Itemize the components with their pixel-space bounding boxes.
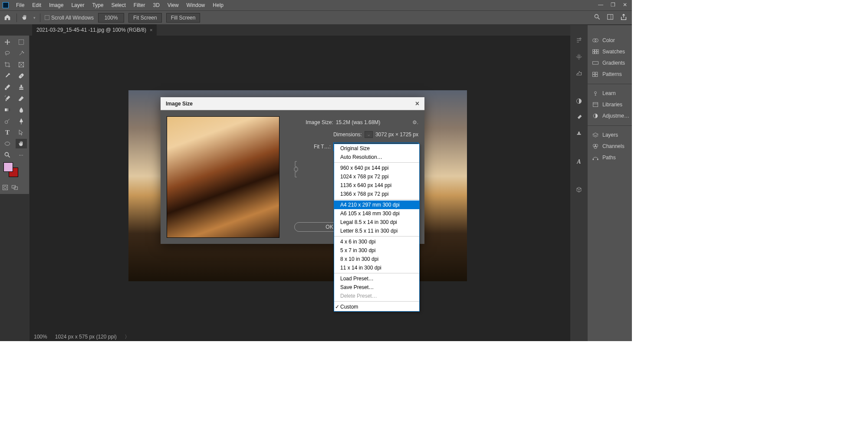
- panel-channels[interactable]: Channels: [588, 141, 632, 152]
- path-select-tool-icon[interactable]: [16, 128, 27, 137]
- svg-rect-2: [19, 39, 23, 44]
- window-close-icon[interactable]: ✕: [621, 2, 628, 8]
- home-icon[interactable]: [3, 13, 12, 22]
- dimensions-label: Dimensions:: [293, 131, 362, 138]
- menu-window[interactable]: Window: [183, 0, 209, 10]
- status-zoom[interactable]: 100%: [34, 334, 47, 340]
- type-tool-icon[interactable]: T: [2, 128, 13, 137]
- dialog-settings-icon[interactable]: ⚙.: [412, 119, 418, 125]
- foreground-color-swatch[interactable]: [3, 162, 13, 172]
- fit-option[interactable]: Letter 8.5 x 11 in 300 dpi: [334, 227, 419, 235]
- color-swatches[interactable]: [2, 161, 27, 181]
- fit-option[interactable]: 960 x 640 px 144 ppi: [334, 164, 419, 172]
- healing-tool-icon[interactable]: [16, 71, 27, 81]
- gradient-tool-icon[interactable]: [2, 105, 13, 115]
- clone-source-icon[interactable]: [574, 129, 584, 139]
- hand-tool-icon-toolbox[interactable]: [16, 139, 27, 148]
- scroll-all-windows-checkbox[interactable]: Scroll All Windows: [45, 15, 94, 21]
- panel-libraries[interactable]: Libraries: [588, 99, 632, 110]
- svg-rect-10: [3, 185, 7, 190]
- workspace-icon[interactable]: [607, 13, 614, 22]
- fit-option[interactable]: 5 x 7 in 300 dpi: [334, 246, 419, 255]
- svg-point-11: [4, 186, 7, 189]
- svg-rect-21: [597, 49, 598, 51]
- share-icon[interactable]: [620, 13, 628, 22]
- marquee-tool-icon[interactable]: [16, 37, 27, 47]
- dialog-close-icon[interactable]: ×: [415, 100, 419, 108]
- brush-tool-icon[interactable]: [2, 82, 13, 92]
- crop-tool-icon[interactable]: [2, 60, 13, 69]
- status-info-chevron-icon[interactable]: 〉: [125, 333, 130, 341]
- window-restore-icon[interactable]: ❐: [609, 2, 616, 8]
- fit-option[interactable]: 1024 x 768 px 72 ppi: [334, 172, 419, 181]
- menu-filter[interactable]: Filter: [130, 0, 149, 10]
- panel-patterns[interactable]: Patterns: [588, 69, 632, 80]
- dimensions-unit-dropdown[interactable]: ⌵: [365, 131, 373, 138]
- eyedropper-tool-icon[interactable]: [2, 71, 13, 81]
- fit-option-custom[interactable]: Custom: [334, 302, 419, 311]
- histogram-icon[interactable]: [574, 69, 584, 78]
- dodge-tool-icon[interactable]: [2, 116, 13, 126]
- search-icon[interactable]: [594, 13, 601, 22]
- fit-option[interactable]: 1366 x 768 px 72 ppi: [334, 190, 419, 198]
- 3d-icon[interactable]: [574, 185, 584, 194]
- menu-view[interactable]: View: [164, 0, 183, 10]
- panel-color[interactable]: Color: [588, 35, 632, 46]
- fit-option[interactable]: Legal 8.5 x 14 in 300 dpi: [334, 218, 419, 227]
- fill-screen-button[interactable]: Fill Screen: [166, 13, 201, 23]
- menu-3d[interactable]: 3D: [149, 0, 163, 10]
- panel-swatches[interactable]: Swatches: [588, 46, 632, 57]
- fit-screen-button[interactable]: Fit Screen: [128, 13, 162, 23]
- move-tool-icon[interactable]: [2, 37, 13, 47]
- fit-option-save-preset[interactable]: Save Preset…: [334, 283, 419, 292]
- panel-learn[interactable]: Learn: [588, 88, 632, 99]
- eraser-tool-icon[interactable]: [16, 94, 27, 103]
- lasso-tool-icon[interactable]: [2, 49, 13, 58]
- menu-file[interactable]: File: [12, 0, 28, 10]
- zoom-tool-icon[interactable]: [2, 150, 13, 160]
- svg-rect-20: [595, 49, 596, 51]
- close-tab-icon[interactable]: ×: [150, 27, 152, 33]
- blur-tool-icon[interactable]: [16, 105, 27, 115]
- menu-edit[interactable]: Edit: [28, 0, 45, 10]
- adjust-icon: [592, 113, 599, 119]
- panel-gradients[interactable]: Gradients: [588, 57, 632, 69]
- zoom-level-button[interactable]: 100%: [98, 13, 124, 23]
- frame-tool-icon[interactable]: [16, 60, 27, 69]
- menu-help[interactable]: Help: [209, 0, 227, 10]
- character-icon[interactable]: A: [574, 157, 584, 167]
- adjustments-icon[interactable]: [574, 96, 584, 106]
- panel-layers[interactable]: Layers: [588, 129, 632, 141]
- hand-tool-icon[interactable]: [21, 14, 29, 22]
- tool-preset-chevron-icon[interactable]: ▾: [33, 16, 36, 20]
- menu-select[interactable]: Select: [107, 0, 129, 10]
- panel-adjustments[interactable]: Adjustme…: [588, 110, 632, 122]
- pen-tool-icon[interactable]: [16, 116, 27, 126]
- fit-option[interactable]: 11 x 14 in 300 dpi: [334, 263, 419, 272]
- quick-mask-icon[interactable]: [2, 184, 9, 192]
- screen-mode-icon[interactable]: [11, 184, 18, 192]
- fit-option[interactable]: Auto Resolution…: [334, 153, 419, 161]
- wand-tool-icon[interactable]: [16, 49, 27, 58]
- window-minimize-icon[interactable]: —: [597, 2, 604, 8]
- document-tab[interactable]: 2021-03-29_15-45-41 -11.jpg @ 100% (RGB/…: [32, 24, 157, 36]
- fit-option-highlighted[interactable]: A4 210 x 297 mm 300 dpi: [334, 200, 419, 209]
- properties-icon[interactable]: [574, 36, 584, 45]
- fit-option[interactable]: 1136 x 640 px 144 ppi: [334, 181, 419, 190]
- shape-tool-icon[interactable]: [2, 139, 13, 148]
- fit-option[interactable]: Original Size: [334, 144, 419, 153]
- panel-paths[interactable]: Paths: [588, 152, 632, 163]
- svg-rect-26: [593, 72, 595, 74]
- brushes-icon[interactable]: [574, 113, 584, 122]
- fit-option[interactable]: 4 x 6 in 300 dpi: [334, 237, 419, 246]
- fit-option[interactable]: A6 105 x 148 mm 300 dpi: [334, 209, 419, 218]
- brightness-icon[interactable]: [574, 52, 584, 62]
- menu-layer[interactable]: Layer: [67, 0, 88, 10]
- menu-type[interactable]: Type: [88, 0, 107, 10]
- fit-option[interactable]: 8 x 10 in 300 dpi: [334, 255, 419, 263]
- menu-image[interactable]: Image: [45, 0, 67, 10]
- edit-toolbar-icon[interactable]: ···: [16, 150, 27, 160]
- stamp-tool-icon[interactable]: [16, 82, 27, 92]
- fit-option-load-preset[interactable]: Load Preset…: [334, 274, 419, 283]
- history-brush-tool-icon[interactable]: [2, 94, 13, 103]
